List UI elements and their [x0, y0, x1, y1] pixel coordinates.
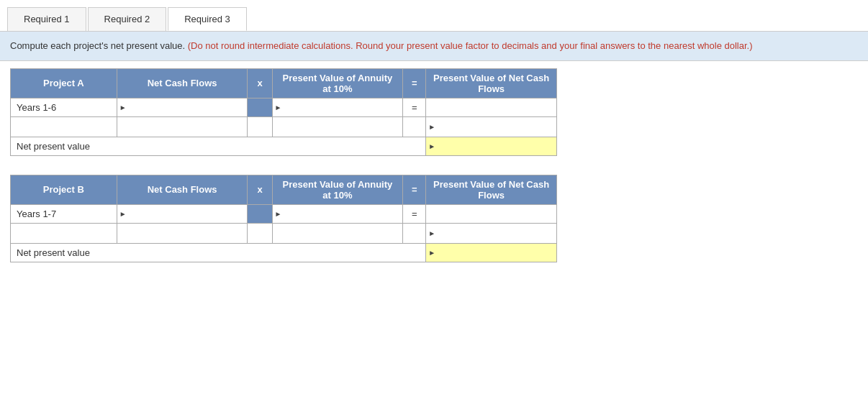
project-b-npv-row: Net present value ► [11, 243, 557, 262]
project-a-empty-col4 [272, 116, 403, 137]
project-a-pvncf-cell[interactable] [426, 98, 557, 116]
project-a-npv-label: Net present value [11, 137, 426, 155]
project-b-label: Project B [11, 175, 117, 204]
project-b-ncf-arrow: ► [119, 210, 127, 218]
project-b-col-eq: = [403, 175, 426, 204]
project-b-empty-col1 [11, 223, 117, 243]
project-a-ncf-cell[interactable]: ► [117, 98, 248, 116]
main-content: Project A Net Cash Flows x Present Value… [0, 61, 868, 280]
project-a-empty-col3 [248, 116, 272, 137]
project-b-empty-row: ► [11, 223, 557, 243]
tab-required1[interactable]: Required 1 [7, 7, 86, 31]
instruction-box: Compute each project's net present value… [0, 32, 868, 61]
project-b-col-pvncf: Present Value of Net Cash Flows [426, 175, 557, 204]
project-b-npv-label: Net present value [11, 243, 426, 262]
project-a-npv-input[interactable] [438, 141, 551, 152]
project-b-pvncf-empty-cell[interactable]: ► [426, 223, 557, 243]
project-a-empty-row: ► [11, 116, 557, 137]
project-b-ncf-cell[interactable]: ► [117, 204, 248, 223]
project-b-pva-input[interactable] [284, 209, 397, 219]
project-a-table: Project A Net Cash Flows x Present Value… [10, 68, 557, 156]
project-b-col-ncf: Net Cash Flows [117, 175, 248, 204]
project-b-col-pva: Present Value of Annuity at 10% [272, 175, 403, 204]
project-a-ncf-arrow: ► [119, 104, 127, 111]
project-b-empty-col4 [272, 223, 403, 243]
project-a-equals-sign: = [403, 98, 426, 116]
project-a-col-x: x [248, 68, 272, 98]
project-b-empty-col5 [403, 223, 426, 243]
project-a-pvncf-input2[interactable] [438, 122, 551, 132]
project-a-ncf-input[interactable] [129, 102, 242, 113]
instruction-main: Compute each project's net present value… [10, 40, 185, 51]
project-a-empty-col2 [117, 116, 248, 137]
project-b-pvncf-cell[interactable] [426, 204, 557, 223]
project-a-empty-col5 [403, 116, 426, 137]
project-a-years-label: Years 1-6 [11, 98, 117, 116]
project-a-col-ncf: Net Cash Flows [117, 68, 248, 98]
tab-required2[interactable]: Required 2 [88, 7, 167, 31]
project-a-npv-cell[interactable]: ► [426, 137, 557, 155]
project-a-col-eq: = [403, 68, 426, 98]
project-b-table: Project B Net Cash Flows x Present Value… [10, 175, 557, 262]
project-a-pvncf-input[interactable] [432, 102, 551, 113]
project-a-pva-arrow: ► [275, 104, 282, 111]
project-b-years-label: Years 1-7 [11, 204, 117, 223]
project-a-pva-cell[interactable]: ► [272, 98, 403, 116]
project-b-equals-sign: = [403, 204, 426, 223]
project-a-col-pva: Present Value of Annuity at 10% [272, 68, 403, 98]
project-a-row-years: Years 1-6 ► ► = [11, 98, 557, 116]
project-a-npv-row: Net present value ► [11, 137, 557, 155]
project-a-col-pvncf: Present Value of Net Cash Flows [426, 68, 557, 98]
project-b-pva-cell[interactable]: ► [272, 204, 403, 223]
tabs-container: Required 1 Required 2 Required 3 [0, 0, 868, 32]
project-a-x-operator [248, 98, 272, 116]
project-b-pvncf-input[interactable] [432, 209, 551, 219]
project-b-x-operator [248, 204, 272, 223]
project-b-npv-input[interactable] [438, 247, 551, 258]
project-a-empty-col1 [11, 116, 117, 137]
project-b-empty-col2 [117, 223, 248, 243]
project-b-pva-arrow: ► [275, 210, 282, 218]
project-b-empty-col3 [248, 223, 272, 243]
project-b-header: Project B Net Cash Flows x Present Value… [11, 175, 557, 204]
tab-list: Required 1 Required 2 Required 3 [0, 0, 868, 32]
project-b-ncf-input[interactable] [129, 209, 242, 219]
project-a-label: Project A [11, 68, 117, 98]
project-b-pvncf-input2[interactable] [438, 228, 551, 239]
project-a-header: Project A Net Cash Flows x Present Value… [11, 68, 557, 98]
tab-required3[interactable]: Required 3 [168, 7, 247, 31]
project-a-pvncf-empty-cell[interactable]: ► [426, 116, 557, 137]
project-b-col-x: x [248, 175, 272, 204]
project-b-row-years: Years 1-7 ► ► = [11, 204, 557, 223]
project-b-npv-arrow: ► [428, 249, 435, 257]
project-a-pva-input[interactable] [284, 102, 397, 113]
project-b-npv-cell[interactable]: ► [426, 243, 557, 262]
project-b-pvncf-arrow: ► [428, 229, 435, 237]
instruction-note: (Do not round intermediate calculations.… [188, 40, 753, 51]
table-spacer [10, 166, 858, 175]
project-a-pvncf-arrow: ► [428, 123, 435, 131]
project-a-npv-arrow: ► [428, 142, 435, 150]
